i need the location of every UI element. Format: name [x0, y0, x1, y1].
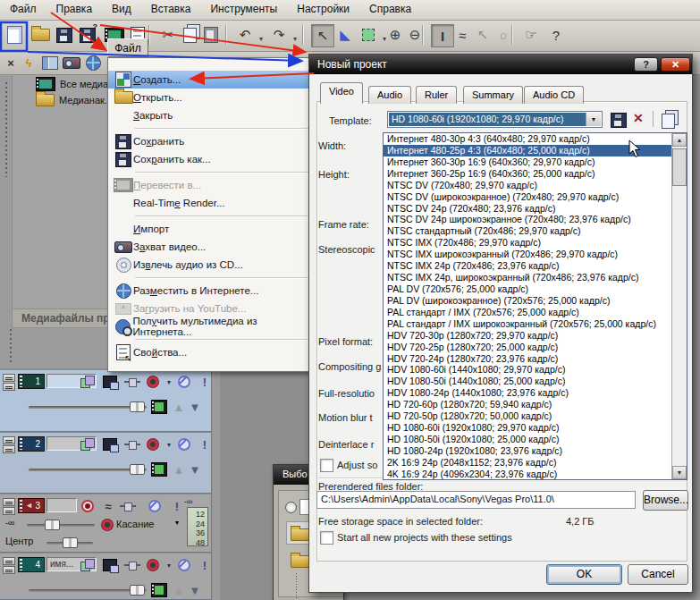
track-motion-icon[interactable]: [101, 374, 119, 390]
template-option[interactable]: NTSC IMX 24p (720x486; 23,976 кадр/с): [384, 260, 671, 272]
track-compositing-icon[interactable]: [79, 557, 97, 573]
cut-icon[interactable]: ✂: [157, 24, 179, 46]
make-compositing-child-icon[interactable]: ▼: [186, 582, 204, 598]
menu-item-закрыть[interactable]: Закрыть: [108, 106, 314, 124]
level-slider-thumb[interactable]: [130, 464, 145, 475]
template-option[interactable]: Интернет 480-30p 4:3 (640x480; 29,970 ка…: [384, 133, 671, 145]
automation-settings-icon[interactable]: [144, 374, 162, 390]
ok-button[interactable]: OK: [546, 564, 622, 585]
track-fx-icon[interactable]: [119, 498, 137, 514]
make-compositing-parent-icon[interactable]: ▲: [170, 399, 188, 415]
track-minimize-button[interactable]: [3, 374, 15, 382]
template-option[interactable]: HD 1080-50i (1920x1080; 25,000 кадр/с): [384, 434, 671, 445]
level-slider-thumb[interactable]: [130, 401, 145, 412]
track-name-field[interactable]: [46, 498, 77, 512]
track-header-2[interactable]: 2▾!▲▼: [0, 433, 211, 494]
template-option[interactable]: NTSC DV (720x480; 29,970 кадр/с): [384, 180, 671, 191]
web-icon[interactable]: [84, 54, 102, 72]
template-option[interactable]: HD 1080-24p (1920x1080; 23,976 кадр/с): [384, 445, 671, 457]
automation-gear-icon[interactable]: [98, 517, 116, 533]
menu-item-открыть-[interactable]: Открыть...: [108, 89, 314, 106]
menu-item-импорт[interactable]: Импорт: [108, 220, 314, 238]
level-slider-thumb[interactable]: [130, 585, 145, 596]
track-fx-icon[interactable]: [123, 374, 141, 390]
template-option[interactable]: Интернет 480-25p 4:3 (640x480; 25,000 ка…: [384, 145, 671, 156]
copy-icon[interactable]: [179, 24, 200, 46]
composite-mode-icon[interactable]: [150, 582, 168, 598]
combo-dropdown-button[interactable]: ▼: [586, 113, 601, 126]
track-fx-icon[interactable]: [123, 557, 141, 573]
scroll-thumb[interactable]: [672, 148, 687, 186]
menu-item-получить-мультимедиа-из-интернета-[interactable]: Получить мультимедиа из Интернета...: [108, 317, 314, 335]
menu-Файл[interactable]: Файл: [0, 0, 46, 20]
track-maximize-button[interactable]: [3, 566, 15, 574]
tab-summary[interactable]: Summary: [463, 86, 523, 104]
menu-item-перевести-в-[interactable]: Перевести в...: [108, 176, 314, 194]
track-compositing-icon[interactable]: [79, 436, 97, 452]
save-as-icon[interactable]: ?: [77, 24, 98, 46]
template-option[interactable]: Интернет 360-25p 16:9 (640x360; 25,000 к…: [384, 168, 671, 180]
template-option[interactable]: NTSC DV 24p (720x480; 23,976 кадр/с): [384, 203, 671, 215]
track-maximize-button[interactable]: [3, 507, 15, 515]
track-minimize-button[interactable]: [3, 557, 15, 565]
paste-icon[interactable]: [200, 24, 222, 46]
menu-Справка[interactable]: Справка: [359, 0, 421, 20]
redo-icon[interactable]: ↷▾: [268, 24, 290, 46]
tab-audio-cd[interactable]: Audio CD: [524, 86, 584, 104]
tab-ruler[interactable]: Ruler: [416, 86, 457, 104]
track-header-4[interactable]: 4имя...▾!▲▼: [0, 554, 211, 600]
make-compositing-child-icon[interactable]: ▼: [186, 399, 204, 415]
template-option[interactable]: HDV 720-25p (1280x720; 25,000 кадр/с): [384, 342, 671, 353]
template-option[interactable]: HDV 1080-60i (1440x1080; 29,970 кадр/с): [384, 364, 671, 376]
menu-item-real-time-render-[interactable]: Real-Time Render...: [108, 194, 314, 212]
capture-video-icon[interactable]: [63, 54, 80, 72]
composite-mode-icon[interactable]: [150, 399, 168, 415]
hand-tool-icon[interactable]: ☞: [520, 24, 542, 46]
lock-group-icon[interactable]: ⊕: [384, 24, 406, 46]
automation-settings-icon[interactable]: [144, 436, 162, 452]
menu-Правка[interactable]: Правка: [46, 0, 103, 20]
template-option[interactable]: 4K 16:9 24p (4096x2304; 23,976 кадр/с): [384, 469, 671, 479]
close-media-icon[interactable]: ×: [2, 54, 20, 72]
file-menu-header[interactable]: Файл: [107, 38, 148, 57]
save-template-icon[interactable]: [611, 113, 627, 128]
make-compositing-parent-icon[interactable]: ▲: [170, 582, 188, 598]
browse-button[interactable]: Browse...: [643, 490, 688, 511]
template-option[interactable]: PAL стандарт / IMX (720x576; 25,000 кадр…: [384, 307, 671, 318]
mute-icon[interactable]: [146, 498, 164, 514]
cancel-button[interactable]: Cancel: [628, 564, 688, 585]
arm-record-icon[interactable]: [79, 498, 97, 514]
volume-fader-thumb[interactable]: [45, 520, 60, 530]
track-fx-icon[interactable]: [123, 436, 141, 452]
window-layout-icon[interactable]: [41, 54, 59, 72]
volume-fader-track[interactable]: [27, 524, 95, 527]
folder-icon[interactable]: [291, 555, 309, 568]
save-icon[interactable]: [54, 24, 75, 46]
track-minimize-button[interactable]: [3, 436, 15, 444]
menu-item-извлечь-аудио-из-cd-[interactable]: Извлечь аудио из CD...: [108, 256, 314, 274]
template-option[interactable]: NTSC стандартный (720x486; 29,970 кадр/с…: [384, 225, 671, 237]
start-all-projects-checkbox[interactable]: [320, 531, 333, 545]
template-option[interactable]: HDV 1080-24p (1440x1080; 23,976 кадр/с): [384, 387, 671, 399]
template-option[interactable]: NTSC IMX (720x486; 29,970 кадр/с): [384, 237, 671, 249]
template-option[interactable]: PAL DV (720x576; 25,000 кадр/с): [384, 283, 671, 295]
mute-icon[interactable]: [175, 557, 193, 573]
track-fx-wave-icon[interactable]: ≈: [99, 498, 117, 514]
auto-preview-icon[interactable]: ϟ: [20, 54, 38, 72]
menu-item-свойства-[interactable]: Свойства...: [108, 343, 314, 361]
make-compositing-parent-icon[interactable]: ▲: [170, 461, 188, 477]
template-option[interactable]: NTSC IMX 24p, широкоэкранный (720x486; 2…: [384, 272, 671, 283]
radio-button[interactable]: [285, 502, 297, 513]
curve-tool-icon[interactable]: ≈: [451, 24, 473, 46]
folder-icon[interactable]: [291, 528, 309, 541]
track-maximize-button[interactable]: [3, 445, 15, 453]
template-option[interactable]: 2K 16:9 24p (2048x1152; 23,976 кадр/с): [384, 457, 671, 469]
composite-mode-icon[interactable]: [150, 461, 168, 477]
dock-grip[interactable]: [8, 329, 13, 365]
track-compositing-icon[interactable]: [79, 374, 97, 390]
whats-this-icon[interactable]: ?: [545, 24, 567, 46]
dock-grip[interactable]: [4, 82, 9, 177]
folder-path-input[interactable]: C:\Users\Admin\AppData\Local\Sony\Vegas …: [316, 491, 636, 509]
undo-icon[interactable]: ↶▾: [234, 24, 256, 46]
track-splitter[interactable]: [211, 368, 220, 600]
